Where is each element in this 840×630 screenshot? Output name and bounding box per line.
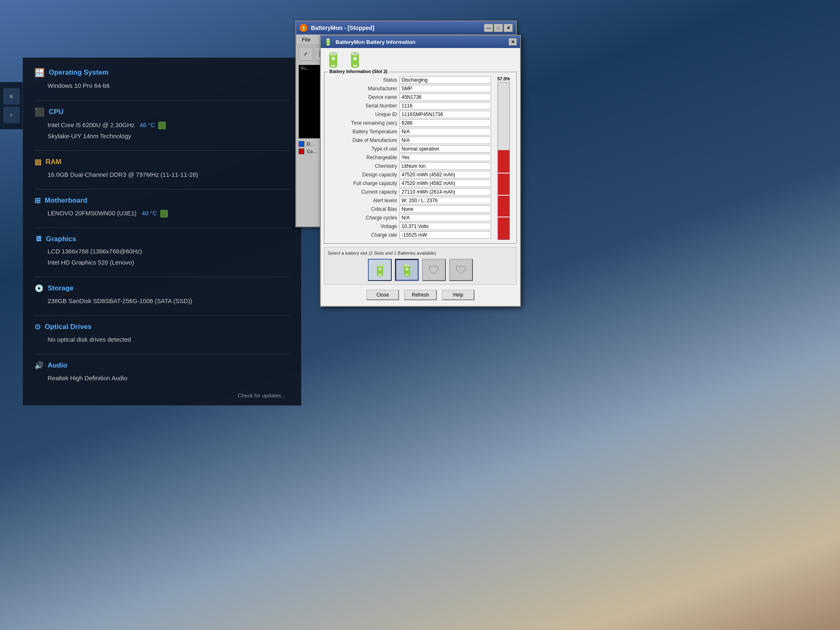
- cpu-temp-icon: [158, 122, 166, 129]
- cpu-temp: 46 °C: [140, 121, 155, 128]
- graph-label-running: Ru...: [301, 66, 309, 71]
- field-row-time-remaining: Time remaining (sec) 6286: [328, 119, 491, 127]
- batterymon-titlebar[interactable]: 🔋 BatteryMon - [Stopped] — □ ✕: [296, 21, 516, 34]
- field-row-rechargeable: Rechargeable Yes: [328, 154, 491, 161]
- field-row-current-capacity: Current capacity 27110 mWh (2614 mAh): [328, 188, 491, 196]
- maximize-button[interactable]: □: [494, 24, 503, 32]
- batterymon-app-icon: 🔋: [299, 24, 308, 32]
- dialog-titlebar[interactable]: 🔋 BatteryMon Battery Information ✕: [321, 36, 520, 48]
- battery-info-dialog: 🔋 BatteryMon Battery Information ✕ 🔋 🔋 B…: [320, 35, 521, 307]
- battery-bar: [498, 82, 510, 240]
- group-label: Battery Information (Slot 2): [328, 69, 389, 74]
- help-button[interactable]: Help: [442, 290, 475, 300]
- slot-btn-3[interactable]: 🛡: [422, 259, 446, 281]
- batterymon-title: BatteryMon - [Stopped]: [311, 25, 481, 31]
- field-row-unique-id: Unique ID 1116SMP45N1736: [328, 111, 491, 118]
- motherboard-section: ⊞ Motherboard LENOVO 20FMS0WN00 (U3E1) 4…: [34, 196, 290, 219]
- bar-divider-1: [498, 217, 509, 217]
- graphics-section: 🖥 Graphics LCD 1366x768 (1366x768@60Hz) …: [34, 235, 290, 268]
- toolbar-check-btn[interactable]: ✓: [299, 47, 313, 61]
- dialog-buttons: Close Refresh Help: [324, 287, 517, 303]
- slot-selection-label: Select a battery slot (2 Slots and 1 Bat…: [328, 251, 513, 256]
- refresh-button[interactable]: Refresh: [404, 290, 437, 300]
- battery-percent-text: 57.0%: [497, 76, 510, 81]
- graphics-detail-1: LCD 1366x768 (1366x768@60Hz): [34, 246, 290, 257]
- field-row-charge-rate: Charge rate -15525 mW: [328, 231, 491, 239]
- graphics-section-title: 🖥 Graphics: [34, 235, 290, 243]
- cpu-detail-2: Skylake-U/Y 14nm Technology: [34, 130, 290, 142]
- motherboard-section-title: ⊞ Motherboard: [34, 196, 290, 205]
- optical-section-title: ⊙ Optical Drives: [34, 322, 290, 331]
- field-row-battery-temp: Battery Temperature N/A: [328, 128, 491, 135]
- audio-section: 🔊 Audio Realtek High Definition Audio: [34, 361, 290, 383]
- legend-icon-blue: [299, 141, 304, 147]
- sidebar-item-1[interactable]: ⊞: [3, 88, 20, 105]
- field-row-type-of-use: Type of use Normal operation: [328, 145, 491, 153]
- window-controls[interactable]: — □ ✕: [484, 24, 513, 32]
- battery-info-group: Battery Information (Slot 2) Status Disc…: [324, 72, 517, 244]
- mb-temp: 40 °C: [142, 210, 157, 217]
- ram-detail: 16.0GB Dual-Channel DDR3 @ 797MHz (11-11…: [34, 169, 290, 180]
- ram-section-title: ▤ RAM: [34, 158, 290, 167]
- slot-btn-4[interactable]: 🛡: [449, 259, 473, 281]
- cpu-detail-1: Intel Core i5 6200U @ 2.30GHz 46 °C: [34, 119, 290, 130]
- optical-section: ⊙ Optical Drives No optical disk drives …: [34, 322, 290, 345]
- storage-section: 💿 Storage 238GB SanDisk SD8SBAT-256G-100…: [34, 284, 290, 306]
- sidebar: ⊞ ≡: [0, 82, 23, 129]
- os-detail: Windows 10 Pro 64-bit: [34, 80, 290, 91]
- field-row-full-charge: Full charge capacity 47520 mWh (4582 mAh…: [328, 180, 491, 187]
- dialog-content: 🔋 🔋 Battery Information (Slot 2) Status …: [321, 48, 520, 306]
- field-row-chemistry: Chemistry Lithium Ion: [328, 162, 491, 170]
- field-row-voltage: Voltage 10.371 Volts: [328, 223, 491, 230]
- slot-btn-1[interactable]: 🔋: [368, 259, 392, 281]
- storage-section-title: 💿 Storage: [34, 284, 290, 293]
- minimize-button[interactable]: —: [484, 24, 493, 32]
- cpu-section: ⬛ CPU Intel Core i5 6200U @ 2.30GHz 46 °…: [34, 107, 290, 142]
- menu-file[interactable]: File: [299, 36, 314, 43]
- field-row-serial: Serial Number 1116: [328, 102, 491, 110]
- motherboard-detail: LENOVO 20FMS0WN00 (U3E1) 40 °C: [34, 208, 290, 219]
- field-row-critical-bias: Critical Bias None: [328, 205, 491, 213]
- dialog-title: BatteryMon Battery Information: [336, 39, 415, 45]
- bar-divider-2: [498, 195, 509, 196]
- field-row-alert-levels: Alert levels W: 200 / L: 2376: [328, 197, 491, 204]
- close-button[interactable]: Close: [366, 290, 399, 300]
- fields-container: Status Discharging Manufacturer SMP Devi…: [328, 76, 491, 240]
- field-row-device-name: Device name 45N1736: [328, 94, 491, 101]
- mb-temp-icon: [160, 210, 168, 217]
- bar-divider-3: [498, 173, 509, 173]
- dialog-icons-header: 🔋 🔋: [324, 51, 517, 68]
- slot-btn-2[interactable]: 🔋: [395, 259, 419, 281]
- optical-detail: No optical disk drives detected: [34, 334, 290, 345]
- os-section: 🪟 Operating System Windows 10 Pro 64-bit: [34, 68, 290, 91]
- field-row-status: Status Discharging: [328, 76, 491, 84]
- audio-detail: Realtek High Definition Audio: [34, 372, 290, 383]
- close-button[interactable]: ✕: [504, 24, 513, 32]
- os-section-title: 🪟 Operating System: [34, 68, 290, 78]
- system-info-panel: 🪟 Operating System Windows 10 Pro 64-bit…: [23, 57, 301, 406]
- graphics-detail-2: Intel HD Graphics 520 (Lenovo): [34, 257, 290, 268]
- field-row-manufacturer: Manufacturer SMP: [328, 85, 491, 92]
- battery-icon-right: 🔋: [346, 51, 364, 68]
- slot-selection-section: Select a battery slot (2 Slots and 1 Bat…: [324, 247, 517, 285]
- field-row-manufacture-date: Date of Manufacture N/A: [328, 137, 491, 144]
- ram-section: ▤ RAM 16.0GB Dual-Channel DDR3 @ 797MHz …: [34, 158, 290, 180]
- slots-row: 🔋 🔋 🛡 🛡: [328, 259, 513, 281]
- field-row-design-capacity: Design capacity 47520 mWh (4582 mAh): [328, 171, 491, 178]
- battery-bar-container: 57.0%: [494, 76, 513, 240]
- field-row-charge-cycles: Charge cycles N/A: [328, 214, 491, 221]
- sidebar-item-2[interactable]: ≡: [3, 107, 20, 123]
- battery-icon-left: 🔋: [324, 51, 342, 68]
- check-updates-link[interactable]: Check for updates...: [34, 393, 290, 399]
- dialog-close-btn[interactable]: ✕: [509, 38, 517, 46]
- legend-icon-red: [299, 148, 304, 154]
- audio-section-title: 🔊 Audio: [34, 361, 290, 370]
- cpu-section-title: ⬛ CPU: [34, 107, 290, 117]
- storage-detail: 238GB SanDisk SD8SBAT-256G-1006 (SATA (S…: [34, 295, 290, 306]
